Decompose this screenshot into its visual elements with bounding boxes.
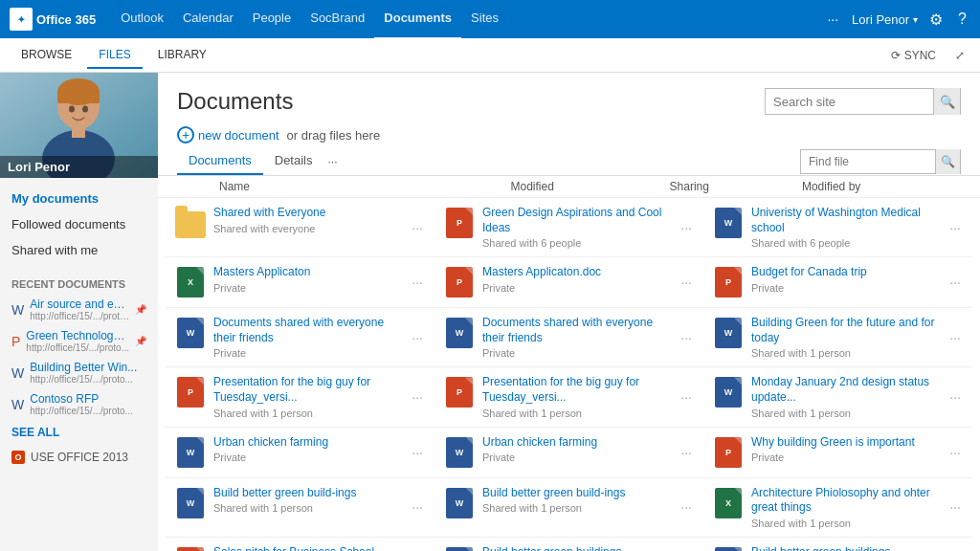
recent-item-3[interactable]: W Building Better Win... http://office/1…	[0, 357, 158, 388]
fullscreen-button[interactable]: ⤢	[949, 45, 970, 66]
doc-name[interactable]: Presentation for the big guy for Tuesday…	[482, 375, 671, 405]
doc-more-button[interactable]: ···	[679, 330, 694, 345]
nav-sites[interactable]: Sites	[461, 0, 508, 39]
doc-name[interactable]: Build better green buildings	[482, 545, 671, 551]
subnav-files-tab[interactable]: FILES	[87, 42, 142, 69]
list-item[interactable]: W Monday January 2nd design status updat…	[703, 367, 972, 427]
office365-logo[interactable]: ✦ Office 365	[10, 8, 96, 31]
doc-more-button[interactable]: ···	[410, 330, 425, 345]
list-item[interactable]: P Presentation for the big guy for Tuesd…	[434, 367, 703, 427]
top-nav-more-button[interactable]: ···	[821, 11, 844, 27]
list-item[interactable]: P Budget for Canada trip Private ···	[703, 257, 972, 308]
doc-name[interactable]: Documents shared with everyone their fri…	[482, 316, 671, 345]
doc-more-button[interactable]: ···	[679, 220, 694, 235]
sidebar-item-followed-documents[interactable]: Followed documents	[0, 211, 158, 237]
new-document-button[interactable]: + new document	[177, 126, 279, 143]
subnav-library-tab[interactable]: LIBRARY	[146, 42, 218, 69]
list-item[interactable]: W Build better green buildings Shared wi…	[434, 538, 703, 551]
tab-details[interactable]: Details	[263, 147, 324, 175]
doc-more-button[interactable]: ···	[947, 275, 963, 290]
sync-button[interactable]: ⟳ SYNC	[885, 45, 942, 66]
list-item[interactable]: X Masters Applicaton Private ···	[166, 257, 434, 308]
search-button[interactable]: 🔍	[933, 88, 960, 115]
use-office-link[interactable]: O USE OFFICE 2013	[0, 445, 158, 470]
list-item[interactable]: W Build better green build-ings Shared w…	[434, 478, 703, 538]
recent-item-1[interactable]: W Air source and energy http://office/15…	[0, 294, 158, 325]
list-item[interactable]: W Urban chicken farming Private ···	[434, 428, 703, 478]
col-modby-header[interactable]: Modified by	[802, 180, 961, 193]
user-name[interactable]: Lori Penor ▾	[852, 12, 918, 27]
nav-documents[interactable]: Documents	[374, 0, 461, 39]
col-sharing-header[interactable]: Sharing	[670, 180, 802, 193]
doc-name[interactable]: Masters Applicaton	[213, 265, 402, 280]
doc-name[interactable]: Budget for Canada trip	[751, 265, 940, 280]
doc-name[interactable]: Build better green build-ings	[482, 486, 671, 501]
doc-name[interactable]: Documents shared with everyone their fri…	[213, 316, 402, 345]
doc-name[interactable]: Urban chicken farming	[482, 435, 671, 451]
sync-icon: ⟳	[891, 49, 901, 62]
list-item[interactable]: W Build better green build-ings Shared w…	[166, 478, 434, 538]
list-item[interactable]: P Presentation for the big guy for Tuesd…	[166, 367, 434, 427]
doc-more-button[interactable]: ···	[679, 499, 694, 515]
doc-more-button[interactable]: ···	[947, 445, 963, 460]
list-item[interactable]: P Why building Green is important Privat…	[703, 428, 972, 478]
list-item[interactable]: W Documents shared with everyone their f…	[434, 308, 703, 367]
doc-more-button[interactable]: ···	[679, 445, 694, 460]
doc-name[interactable]: Masters Applicaton.doc	[482, 265, 671, 280]
find-input[interactable]	[801, 153, 935, 170]
recent-item-2[interactable]: P Green Technology V... http://office/15…	[0, 325, 158, 357]
top-nav-right: ··· Lori Penor ▾ ⚙ ?	[821, 7, 970, 33]
doc-more-button[interactable]: ···	[410, 445, 425, 460]
list-item[interactable]: W Urban chicken farming Private ···	[166, 428, 434, 478]
doc-more-button[interactable]: ···	[410, 389, 425, 405]
nav-socbrand[interactable]: SocBrand	[301, 0, 374, 39]
doc-more-button[interactable]: ···	[947, 220, 963, 235]
nav-people[interactable]: People	[243, 0, 301, 39]
doc-name[interactable]: Monday January 2nd design status update.…	[751, 375, 940, 405]
settings-icon[interactable]: ⚙	[925, 7, 947, 33]
list-item[interactable]: X Architecture Phiolosophy and ohter gre…	[703, 478, 972, 538]
doc-more-button[interactable]: ···	[679, 275, 694, 290]
doc-more-button[interactable]: ···	[679, 389, 694, 405]
list-item[interactable]: W Documents shared with everyone their f…	[166, 308, 434, 367]
doc-more-button[interactable]: ···	[410, 499, 425, 515]
recent-item-4[interactable]: W Contoso RFP http://office/15/.../proto…	[0, 388, 158, 420]
list-item[interactable]: W Build better green buildings Shared wi…	[703, 538, 972, 551]
col-modified-header[interactable]: Modified	[510, 180, 669, 193]
nav-calendar[interactable]: Calendar	[173, 0, 243, 39]
doc-more-button[interactable]: ···	[410, 220, 425, 235]
doc-more-button[interactable]: ···	[947, 499, 963, 515]
doc-name[interactable]: Build better green buildings	[751, 545, 940, 551]
search-input[interactable]	[766, 91, 933, 113]
doc-name[interactable]: Why building Green is important	[751, 435, 940, 451]
tab-documents[interactable]: Documents	[177, 147, 263, 175]
doc-icon-folder	[175, 206, 206, 240]
doc-name[interactable]: Urban chicken farming	[213, 435, 402, 451]
list-item[interactable]: Shared with Everyone Shared with everyon…	[166, 198, 434, 257]
sidebar-item-my-documents[interactable]: My documents	[0, 186, 158, 211]
nav-outlook[interactable]: Outlook	[111, 0, 173, 39]
doc-name[interactable]: Architecture Phiolosophy and ohter great…	[751, 486, 940, 516]
list-item[interactable]: W Building Green for the future and for …	[703, 308, 972, 367]
see-all-link[interactable]: SEE ALL	[0, 420, 158, 445]
list-item[interactable]: P Sales pitch for Business School Presen…	[166, 538, 434, 551]
tab-more[interactable]: ···	[324, 149, 342, 174]
doc-name[interactable]: Presentation for the big guy for Tuesday…	[213, 375, 402, 405]
doc-name[interactable]: Build better green build-ings	[213, 486, 402, 501]
list-item[interactable]: P Green Design Aspirations and Cool Idea…	[434, 198, 703, 257]
help-icon[interactable]: ?	[954, 7, 970, 32]
col-name-header[interactable]: Name	[196, 180, 510, 193]
sidebar-item-shared-with-me[interactable]: Shared with me	[0, 237, 158, 263]
doc-name[interactable]: Univeristy of Washington Medical school	[751, 206, 940, 235]
doc-name[interactable]: Building Green for the future and for to…	[751, 316, 940, 345]
subnav-browse-tab[interactable]: BROWSE	[10, 42, 83, 69]
doc-name[interactable]: Shared with Everyone	[213, 206, 402, 221]
list-item[interactable]: W Univeristy of Washington Medical schoo…	[703, 198, 972, 257]
doc-more-button[interactable]: ···	[947, 330, 963, 345]
doc-name[interactable]: Sales pitch for Business School Presenat…	[213, 545, 402, 551]
doc-name[interactable]: Green Design Aspirations and Cool Ideas	[482, 206, 671, 235]
doc-more-button[interactable]: ···	[410, 275, 425, 290]
list-item[interactable]: P Masters Applicaton.doc Private ···	[434, 257, 703, 308]
doc-more-button[interactable]: ···	[947, 389, 963, 405]
find-button[interactable]: 🔍	[935, 149, 960, 174]
